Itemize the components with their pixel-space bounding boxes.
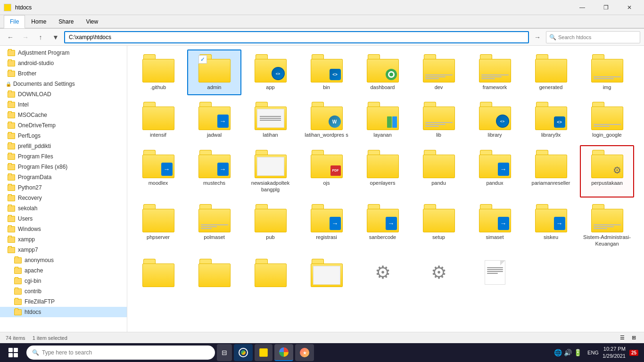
file-item-github[interactable]: .github [131, 49, 185, 95]
tab-view[interactable]: View [80, 15, 104, 28]
sidebar-item-program-files[interactable]: Program Files [0, 151, 127, 162]
file-item-latihan-wordpress[interactable]: W latihan_wordpres s [299, 97, 354, 143]
search-box[interactable]: 🔍 [546, 31, 640, 43]
file-item-login-google[interactable]: login_google [580, 97, 634, 143]
file-item-row5-4[interactable] [299, 254, 354, 293]
file-item-sistem-administrasi[interactable]: Sistem-Administrasi-Keuangan [580, 199, 634, 252]
sidebar-item-xampp[interactable]: xampp [0, 234, 127, 245]
file-item-simaset[interactable]: → simaset [468, 199, 522, 252]
file-item-framework[interactable]: framework [468, 49, 522, 95]
sidebar-item-brother[interactable]: Brother [0, 68, 127, 79]
file-item-pariamanreseller[interactable]: pariamanreseller [524, 145, 578, 198]
taskbar-search-box[interactable]: 🔍 [26, 346, 215, 360]
file-item-app[interactable]: app [243, 49, 297, 95]
file-item-img[interactable]: img [580, 49, 634, 95]
file-explorer-taskbar-button[interactable] [255, 344, 272, 361]
sidebar-item-android-studio[interactable]: android-studio [0, 58, 127, 68]
large-icons-view-button[interactable]: ⊞ [629, 333, 638, 343]
address-input[interactable] [64, 31, 529, 43]
sidebar-item-python27[interactable]: Python27 [0, 182, 127, 193]
file-item-newsiakadpoltek[interactable]: newsiakadpoltek bangplg [243, 145, 297, 198]
maximize-button[interactable]: ❐ [595, 0, 617, 15]
taskbar-search-input[interactable] [42, 349, 209, 356]
file-item-dashboard[interactable]: dashboard [355, 49, 410, 95]
sidebar-item-intel[interactable]: Intel [0, 99, 127, 110]
extra-taskbar-button[interactable]: ★ [295, 344, 314, 361]
file-item-row5-2[interactable] [187, 254, 241, 293]
file-item-latihan[interactable]: latihan [243, 97, 297, 143]
task-view-button[interactable]: ⊟ [217, 344, 232, 361]
sidebar-item-windows[interactable]: Windows [0, 224, 127, 234]
sidebar-item-apache[interactable]: apache [0, 265, 127, 276]
file-item-intensif[interactable]: intensif [131, 97, 185, 143]
address-go-button[interactable]: → [531, 31, 544, 44]
sidebar-item-prefill-pddikti[interactable]: prefill_pddikti [0, 141, 127, 151]
battery-icon[interactable]: 🔋 [574, 349, 582, 356]
sidebar-item-onedrivetemp[interactable]: OneDriveTemp [0, 120, 127, 131]
sidebar-item-download[interactable]: DOWNLOAD [0, 89, 127, 99]
file-item-gear-file2[interactable]: ⚙ [412, 254, 466, 293]
sidebar-item-htdocs[interactable]: htdocs [0, 307, 127, 317]
sidebar-item-documents-and-settings[interactable]: 🔒 Documents and Settings [0, 79, 127, 89]
notification-badge[interactable]: 25 [629, 350, 638, 356]
sidebar-item-perflogs[interactable]: PerfLogs [0, 131, 127, 141]
sidebar-item-programdata[interactable]: ProgramData [0, 172, 127, 182]
search-input[interactable] [558, 34, 637, 40]
file-item-row5-3[interactable] [243, 254, 297, 293]
up-button[interactable]: ↑ [34, 31, 47, 44]
close-button[interactable]: ✕ [619, 0, 640, 15]
sidebar-item-cgi-bin[interactable]: cgi-bin [0, 276, 127, 286]
file-item-lib[interactable]: lib [412, 97, 466, 143]
file-item-gear-file[interactable]: ⚙ [355, 254, 410, 293]
tab-share[interactable]: Share [52, 15, 80, 28]
file-item-dev[interactable]: dev [412, 49, 466, 95]
file-item-jadwal[interactable]: → jadwal [187, 97, 241, 143]
file-item-sanbercode[interactable]: → sanbercode [355, 199, 410, 252]
file-item-polmaset[interactable]: polmaset [187, 199, 241, 252]
file-item-openlayers[interactable]: openlayers [355, 145, 410, 198]
file-item-mustechs[interactable]: → mustechs [187, 145, 241, 198]
folder-visual [422, 102, 456, 130]
taskbar-search-btn[interactable] [234, 344, 253, 361]
sidebar-item-anonymous[interactable]: anonymous [0, 255, 127, 265]
file-item-layanan[interactable]: layanan [355, 97, 410, 143]
sidebar-item-msocache[interactable]: MSOCache [0, 110, 127, 120]
sidebar-item-recovery[interactable]: Recovery [0, 193, 127, 203]
chrome-taskbar-button[interactable] [274, 344, 293, 361]
file-item-pandux[interactable]: → pandux [468, 145, 522, 198]
file-item-generated[interactable]: generated [524, 49, 578, 95]
file-item-library[interactable]: library [468, 97, 522, 143]
file-item-setup[interactable]: setup [412, 199, 466, 252]
recent-button[interactable]: ▼ [49, 31, 62, 44]
file-item-text-file[interactable] [468, 254, 522, 293]
volume-icon[interactable]: 🔊 [564, 349, 572, 356]
details-view-button[interactable]: ☰ [618, 333, 627, 343]
sidebar-item-program-files-x86[interactable]: Program Files (x86) [0, 162, 127, 172]
file-item-pandu[interactable]: pandu [412, 145, 466, 198]
sidebar-item-sekolah[interactable]: sekolah [0, 203, 127, 214]
file-item-registrasi[interactable]: → registrasi [299, 199, 354, 252]
network-icon[interactable]: 🌐 [554, 349, 562, 356]
tab-file[interactable]: File [4, 15, 25, 28]
sidebar-item-contrib[interactable]: contrib [0, 286, 127, 296]
forward-button[interactable]: → [19, 31, 32, 44]
back-button[interactable]: ← [4, 31, 17, 44]
sidebar-item-adjustment-program[interactable]: Adjustment Program [0, 48, 127, 58]
tab-home[interactable]: Home [25, 15, 52, 28]
sidebar-item-xampp7[interactable]: xampp7 [0, 245, 127, 255]
file-item-phpserver[interactable]: phpserver [131, 199, 185, 252]
file-item-admin[interactable]: ✓ admin [187, 49, 241, 95]
file-item-library9x[interactable]: <> library9x [524, 97, 578, 143]
file-item-moodlex[interactable]: → moodlex [131, 145, 185, 198]
folder-visual [254, 150, 288, 178]
file-item-pub[interactable]: pub [243, 199, 297, 252]
file-item-ojs[interactable]: PDF ojs [299, 145, 354, 198]
start-button[interactable] [2, 343, 25, 362]
file-item-bin[interactable]: <> bin [299, 49, 354, 95]
sidebar-item-users[interactable]: Users [0, 214, 127, 224]
minimize-button[interactable]: — [571, 0, 593, 15]
file-item-perpustakaan[interactable]: ⚙ perpustakaan [580, 145, 634, 198]
sidebar-item-filezillaftp[interactable]: FileZillaFTP [0, 296, 127, 307]
file-item-siskeu[interactable]: → siskeu [524, 199, 578, 252]
file-item-row5-1[interactable] [131, 254, 185, 293]
